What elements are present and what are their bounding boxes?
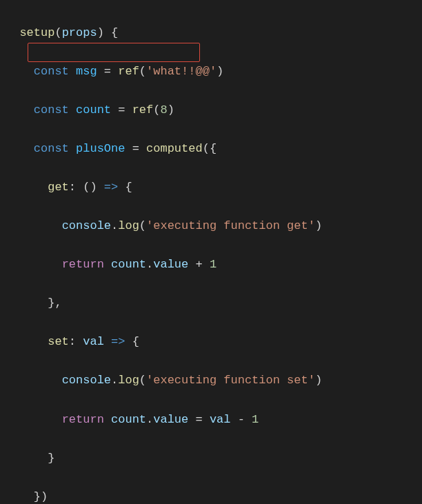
parameter: props xyxy=(62,26,97,39)
function-call: ref xyxy=(132,103,154,117)
method-call: log xyxy=(118,219,139,232)
code-line: const plusOne = computed({ xyxy=(6,139,422,159)
variable: val xyxy=(210,413,231,426)
code-line: set: val => { xyxy=(6,332,422,352)
code-line: console.log('executing function set') xyxy=(6,371,422,390)
code-line-highlighted: const count = ref(8) xyxy=(6,101,422,120)
object: console xyxy=(62,374,111,387)
string-literal: 'executing function set' xyxy=(146,374,315,387)
variable: msg xyxy=(76,65,97,78)
code-line: setup(props) { xyxy=(6,23,422,43)
object: count xyxy=(111,258,146,271)
property: value xyxy=(153,413,188,426)
keyword: const xyxy=(34,65,69,78)
method-call: log xyxy=(118,374,139,387)
string-literal: 'what!!@@' xyxy=(146,65,217,78)
variable: plusOne xyxy=(76,142,125,155)
code-line: }, xyxy=(6,294,422,313)
variable: count xyxy=(76,103,111,117)
object: console xyxy=(62,219,111,232)
object: count xyxy=(111,413,146,426)
code-line: const msg = ref('what!!@@') xyxy=(6,62,422,81)
code-editor[interactable]: setup(props) { const msg = ref('what!!@@… xyxy=(0,0,422,504)
parameter: val xyxy=(83,335,104,348)
code-line: } xyxy=(6,449,422,468)
function-call: computed xyxy=(146,142,203,155)
code-line: get: () => { xyxy=(6,178,422,197)
property: set xyxy=(48,335,69,348)
code-line: return count.value + 1 xyxy=(6,255,422,274)
keyword: return xyxy=(62,413,104,426)
keyword: return xyxy=(62,258,104,271)
property: get xyxy=(48,181,69,194)
code-line: return count.value = val - 1 xyxy=(6,410,422,430)
code-line: }) xyxy=(6,487,422,504)
keyword: const xyxy=(34,103,69,117)
number-literal: 8 xyxy=(160,103,167,117)
code-line: console.log('executing function get') xyxy=(6,216,422,236)
keyword: const xyxy=(34,142,69,155)
number-literal: 1 xyxy=(210,258,217,271)
property: value xyxy=(153,258,188,271)
number-literal: 1 xyxy=(252,413,259,426)
function-call: ref xyxy=(118,65,139,78)
string-literal: 'executing function get' xyxy=(146,219,315,232)
function-name: setup xyxy=(19,26,54,39)
